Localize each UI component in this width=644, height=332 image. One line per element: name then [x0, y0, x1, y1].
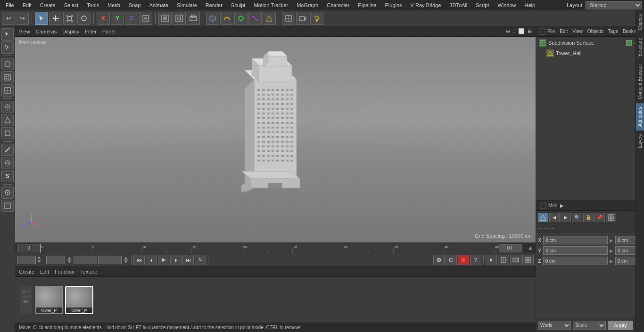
- loop-button[interactable]: ↻: [195, 255, 206, 265]
- sidebar-bp-3d[interactable]: [1, 84, 14, 97]
- sidebar-tweak[interactable]: [1, 41, 14, 54]
- menu-item-vray[interactable]: V-Ray Bridge: [407, 1, 445, 9]
- obj-item-subdivision[interactable]: Subdivision Surface ✓ ✗: [537, 38, 643, 48]
- light-button[interactable]: [310, 12, 323, 25]
- timeline-btn[interactable]: [510, 255, 521, 265]
- obj-item-tower[interactable]: Tower_Hall: [537, 48, 643, 58]
- scene-button[interactable]: [263, 12, 276, 25]
- menu-item-mograph[interactable]: MoGraph: [293, 1, 322, 9]
- end-frame-input-2[interactable]: 90 F: [98, 256, 122, 264]
- timeline-expand-btn[interactable]: [527, 246, 534, 251]
- vtab-objects[interactable]: Objects: [636, 26, 644, 34]
- attr-y-input[interactable]: [543, 246, 608, 255]
- obj-view-label[interactable]: View: [572, 29, 583, 34]
- cameras-menu[interactable]: Cameras: [36, 29, 57, 34]
- grid-floor-button[interactable]: [282, 12, 295, 25]
- timeline-ruler[interactable]: 0 5 10 15: [41, 243, 499, 253]
- keyframe-remove-button[interactable]: [446, 255, 457, 265]
- viewport-3d[interactable]: Perspective Grid Spacing : 10000 cm X Y …: [15, 37, 536, 243]
- camera-button[interactable]: [296, 12, 309, 25]
- anim-help-button[interactable]: ?: [470, 255, 481, 265]
- attr-tab-mod[interactable]: [538, 213, 548, 222]
- start-frame-input[interactable]: 0 F: [46, 256, 65, 264]
- menu-item-mesh[interactable]: Mesh: [104, 1, 124, 9]
- sidebar-s-tool[interactable]: S: [1, 170, 14, 182]
- end-frame-input-1[interactable]: 90 F: [74, 256, 97, 264]
- sidebar-uv-edit[interactable]: [1, 157, 14, 169]
- frame-active-button[interactable]: [187, 12, 200, 25]
- sidebar-paint[interactable]: [1, 58, 14, 70]
- menu-item-plugins[interactable]: Plugins: [381, 1, 405, 9]
- move-tool-button[interactable]: [49, 12, 62, 25]
- layout-select[interactable]: Startup: [586, 1, 642, 9]
- sidebar-snap[interactable]: [1, 186, 14, 199]
- spline-button[interactable]: [220, 12, 233, 25]
- display-menu[interactable]: Display: [62, 29, 79, 34]
- attr-arrow-btn[interactable]: ▶: [560, 203, 564, 208]
- vtab-content-browser[interactable]: Content Browser: [636, 60, 644, 103]
- menu-item-pipeline[interactable]: Pipeline: [354, 1, 380, 9]
- frame-all-button[interactable]: [158, 12, 172, 25]
- subdivision-color[interactable]: [626, 40, 632, 46]
- y-axis-button[interactable]: Y: [111, 12, 124, 25]
- sidebar-live-select[interactable]: [1, 28, 14, 40]
- attr-next-btn[interactable]: ▶: [561, 213, 571, 222]
- deformer-button[interactable]: [248, 12, 262, 25]
- apply-button[interactable]: Apply: [608, 321, 633, 330]
- play-button[interactable]: ▶: [158, 255, 169, 265]
- z-axis-button[interactable]: Z: [125, 12, 138, 25]
- sidebar-model[interactable]: [1, 101, 14, 113]
- panel-menu[interactable]: Panel: [102, 29, 116, 34]
- attr-z-input[interactable]: [543, 257, 608, 265]
- go-to-end-button[interactable]: ⏭: [182, 255, 194, 265]
- attr-z-arrow[interactable]: ▶: [610, 259, 613, 264]
- 4view-button[interactable]: [522, 255, 534, 265]
- x-axis-button[interactable]: X: [97, 12, 110, 25]
- object-cube-button[interactable]: [206, 12, 219, 25]
- end-frame-input[interactable]: [499, 244, 522, 252]
- step-back-button[interactable]: ⏴: [146, 255, 157, 265]
- generator-button[interactable]: [234, 12, 248, 25]
- menu-item-motion[interactable]: Motion Tracker: [250, 1, 292, 9]
- material-edit-menu[interactable]: Edit: [40, 269, 49, 275]
- sidebar-polygon[interactable]: [1, 127, 14, 139]
- vtab-layers[interactable]: Layers: [636, 130, 644, 152]
- attr-search-btn[interactable]: 🔍: [572, 213, 582, 222]
- vtab-attributes[interactable]: Attributes: [636, 103, 644, 130]
- obj-tags-label[interactable]: Tags: [608, 29, 618, 34]
- menu-item-snap[interactable]: Snap: [125, 1, 145, 9]
- frame-select-button[interactable]: [173, 12, 186, 25]
- menu-item-3dtoall[interactable]: 3DToAll: [446, 1, 471, 9]
- go-to-start-button[interactable]: ⏮: [133, 255, 145, 265]
- view-menu[interactable]: View: [19, 29, 30, 34]
- rotate-tool-button[interactable]: [77, 12, 91, 25]
- viewport-icon-3[interactable]: ⬜: [518, 28, 525, 34]
- material-thumb-1[interactable]: tower_P: [35, 286, 63, 314]
- sidebar-sculpt[interactable]: [1, 114, 14, 126]
- obj-edit-label[interactable]: Edit: [560, 29, 568, 34]
- attr-x-arrow[interactable]: ▶: [610, 238, 613, 243]
- attr-y-arrow[interactable]: ▶: [610, 248, 613, 253]
- attr-mod-label[interactable]: Mod: [548, 203, 557, 208]
- start-frame-stepper[interactable]: [66, 256, 73, 264]
- attr-x-input[interactable]: [543, 236, 608, 244]
- attr-pin-btn[interactable]: 📌: [594, 213, 605, 222]
- frame-input[interactable]: 0 F: [17, 256, 36, 264]
- obj-objects-label[interactable]: Objects: [587, 29, 603, 34]
- attr-grid-btn[interactable]: [606, 213, 616, 222]
- select-tool-button[interactable]: [35, 12, 48, 25]
- undo-button[interactable]: ↩: [2, 12, 15, 25]
- record-button[interactable]: [458, 255, 469, 265]
- material-function-menu[interactable]: Function: [55, 269, 74, 275]
- menu-item-create[interactable]: Create: [36, 1, 59, 9]
- sidebar-grid[interactable]: [1, 200, 14, 212]
- menu-item-file[interactable]: File: [2, 1, 18, 9]
- material-create-menu[interactable]: Create: [19, 269, 34, 275]
- step-forward-button[interactable]: ⏵: [170, 255, 182, 265]
- keyframe-add-button[interactable]: [433, 255, 445, 265]
- viewport-icon-4[interactable]: ⊞: [528, 28, 532, 34]
- menu-item-script[interactable]: Script: [472, 1, 493, 9]
- motion-path-button[interactable]: [498, 255, 509, 265]
- sidebar-edge[interactable]: [1, 144, 14, 156]
- scale-select[interactable]: Scale: [573, 321, 606, 330]
